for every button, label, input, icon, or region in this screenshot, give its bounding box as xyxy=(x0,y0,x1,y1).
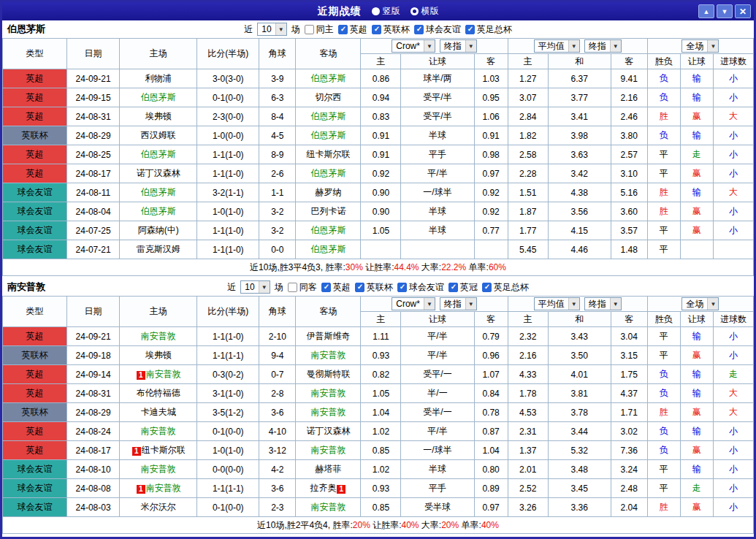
away-team[interactable]: 伯恩茅斯 xyxy=(296,164,361,183)
home-team[interactable]: 伯恩茅斯 xyxy=(120,183,197,202)
match-type-badge: 球会友谊 xyxy=(3,460,67,479)
match-count-select[interactable]: 10 ▼ xyxy=(257,23,286,36)
home-team[interactable]: 埃弗顿 xyxy=(120,346,197,365)
match-row: 英超24-08-24南安普敦0-1(0-0)4-10诺丁汉森林1.02平/半0.… xyxy=(3,422,754,441)
home-team[interactable]: 南安普敦 xyxy=(120,460,197,479)
corners: 9-4 xyxy=(259,346,296,365)
same-venue-filter[interactable]: 同主 xyxy=(305,23,334,36)
away-team[interactable]: 伯恩茅斯 xyxy=(296,107,361,126)
league-filter-label: 球会友谊 xyxy=(409,281,444,294)
home-team[interactable]: 1南安普敦 xyxy=(120,365,197,384)
result-goals: 小 xyxy=(713,69,753,88)
match-row: 球会友谊24-07-21雷克斯汉姆1-1(1-0)0-0伯恩茅斯5.454.46… xyxy=(3,240,754,259)
fulltime-select[interactable]: 全场▼ xyxy=(681,39,719,53)
radio-label: 竖版 xyxy=(383,5,400,18)
home-team[interactable]: 南安普敦 xyxy=(120,422,197,441)
away-team[interactable]: 南安普敦 xyxy=(296,403,361,422)
layout-radio-horizontal[interactable]: 横版 xyxy=(411,5,439,18)
away-team[interactable]: 拉齐奥1 xyxy=(296,479,361,498)
bookmaker-away-odds: 0.95 xyxy=(474,88,508,107)
away-team[interactable]: 伯恩茅斯 xyxy=(296,240,361,259)
away-team[interactable]: 伊普斯维奇 xyxy=(296,327,361,346)
home-team[interactable]: 1纽卡斯尔联 xyxy=(120,441,197,460)
home-team[interactable]: 阿森纳(中) xyxy=(120,221,197,240)
away-team[interactable]: 南安普敦 xyxy=(296,346,361,365)
away-team[interactable]: 南安普敦 xyxy=(296,441,361,460)
away-team[interactable]: 赫塔菲 xyxy=(296,460,361,479)
league-filter-英冠[interactable]: 英冠 xyxy=(448,281,478,294)
home-team[interactable]: 伯恩茅斯 xyxy=(120,88,197,107)
avg-home-odds: 2.52 xyxy=(508,479,548,498)
away-team[interactable]: 伯恩茅斯 xyxy=(296,69,361,88)
match-date: 24-07-21 xyxy=(67,240,120,259)
average-stage-select[interactable]: 终指▼ xyxy=(584,297,622,310)
corners: 2-6 xyxy=(259,164,296,183)
home-team[interactable]: 伯恩茅斯 xyxy=(120,202,197,221)
odds-stage-select[interactable]: 终指▼ xyxy=(440,39,477,53)
home-team[interactable]: 西汉姆联 xyxy=(120,126,197,145)
away-team[interactable]: 伯恩茅斯 xyxy=(296,126,361,145)
odds-source-select[interactable]: Crow*▼ xyxy=(392,297,435,310)
home-team[interactable]: 布伦特福德 xyxy=(120,384,197,403)
away-team[interactable]: 切尔西 xyxy=(296,88,361,107)
home-team[interactable]: 米尔沃尔 xyxy=(120,498,197,517)
avg-home-odds: 4.53 xyxy=(508,403,548,422)
league-filter-英超[interactable]: 英超 xyxy=(321,281,351,294)
result-handicap: 赢 xyxy=(680,107,713,126)
average-stage-select[interactable]: 终指▼ xyxy=(584,39,622,53)
away-team[interactable]: 伯恩茅斯 xyxy=(296,221,361,240)
sub-col-goals: 进球数 xyxy=(713,312,753,327)
league-filter-英联杯[interactable]: 英联杯 xyxy=(372,23,410,36)
league-filter-球会友谊[interactable]: 球会友谊 xyxy=(397,281,444,294)
home-team[interactable]: 伯恩茅斯 xyxy=(120,145,197,164)
average-select[interactable]: 平均值▼ xyxy=(534,297,580,310)
away-team[interactable]: 赫罗纳 xyxy=(296,183,361,202)
team-name-text: 南安普敦 xyxy=(310,445,345,455)
home-team[interactable]: 诺丁汉森林 xyxy=(120,164,197,183)
bookmaker-home-odds: 0.82 xyxy=(361,365,401,384)
league-filter-英超[interactable]: 英超 xyxy=(338,23,367,36)
average-select[interactable]: 平均值▼ xyxy=(534,39,580,53)
home-team[interactable]: 利物浦 xyxy=(120,69,197,88)
home-team[interactable]: 1南安普敦 xyxy=(120,479,197,498)
odds-source-select[interactable]: Crow*▼ xyxy=(392,39,435,53)
result-goals: 小 xyxy=(713,126,753,145)
league-filter-英联杯[interactable]: 英联杯 xyxy=(355,281,393,294)
match-type-badge: 英超 xyxy=(3,365,67,384)
match-score: 0-0(0-0) xyxy=(197,460,259,479)
close-button[interactable]: ✕ xyxy=(735,4,751,18)
match-score: 1-1(1-0) xyxy=(197,240,259,259)
scroll-up-button[interactable]: ▲ xyxy=(698,4,714,18)
scroll-down-button[interactable]: ▼ xyxy=(717,4,733,18)
league-filter-英足总杯[interactable]: 英足总杯 xyxy=(465,23,512,36)
bookmaker-home-odds: 0.86 xyxy=(361,69,401,88)
home-team[interactable]: 南安普敦 xyxy=(120,327,197,346)
away-team[interactable]: 纽卡斯尔联 xyxy=(296,145,361,164)
bookmaker-handicap: 平/半 xyxy=(401,327,474,346)
titlebar: 近期战绩 竖版 横版 ▲ ▼ ✕ xyxy=(2,2,754,20)
bookmaker-handicap: 平/半 xyxy=(401,422,474,441)
corners: 3-6 xyxy=(259,479,296,498)
away-team[interactable]: 巴列卡诺 xyxy=(296,202,361,221)
sub-col-avg-draw: 和 xyxy=(548,312,611,327)
same-venue-filter[interactable]: 同客 xyxy=(288,281,317,294)
corners: 3-6 xyxy=(259,403,296,422)
corners: 3-12 xyxy=(259,441,296,460)
fulltime-select[interactable]: 全场▼ xyxy=(681,297,719,310)
avg-away-odds: 1.48 xyxy=(611,240,647,259)
away-team[interactable]: 南安普敦 xyxy=(296,498,361,517)
away-team[interactable]: 诺丁汉森林 xyxy=(296,422,361,441)
match-score: 3-2(1-1) xyxy=(197,183,259,202)
home-team[interactable]: 雷克斯汉姆 xyxy=(120,240,197,259)
avg-home-odds: 2.16 xyxy=(508,346,548,365)
away-team[interactable]: 南安普敦 xyxy=(296,384,361,403)
layout-radio-vertical[interactable]: 竖版 xyxy=(372,5,400,18)
bookmaker-away-odds: 0.98 xyxy=(474,145,508,164)
match-count-select[interactable]: 10 ▼ xyxy=(240,280,270,294)
home-team[interactable]: 卡迪夫城 xyxy=(120,403,197,422)
league-filter-英足总杯[interactable]: 英足总杯 xyxy=(482,281,529,294)
league-filter-球会友谊[interactable]: 球会友谊 xyxy=(414,23,461,36)
odds-stage-select[interactable]: 终指▼ xyxy=(440,297,477,310)
away-team[interactable]: 曼彻斯特联 xyxy=(296,365,361,384)
home-team[interactable]: 埃弗顿 xyxy=(120,107,197,126)
